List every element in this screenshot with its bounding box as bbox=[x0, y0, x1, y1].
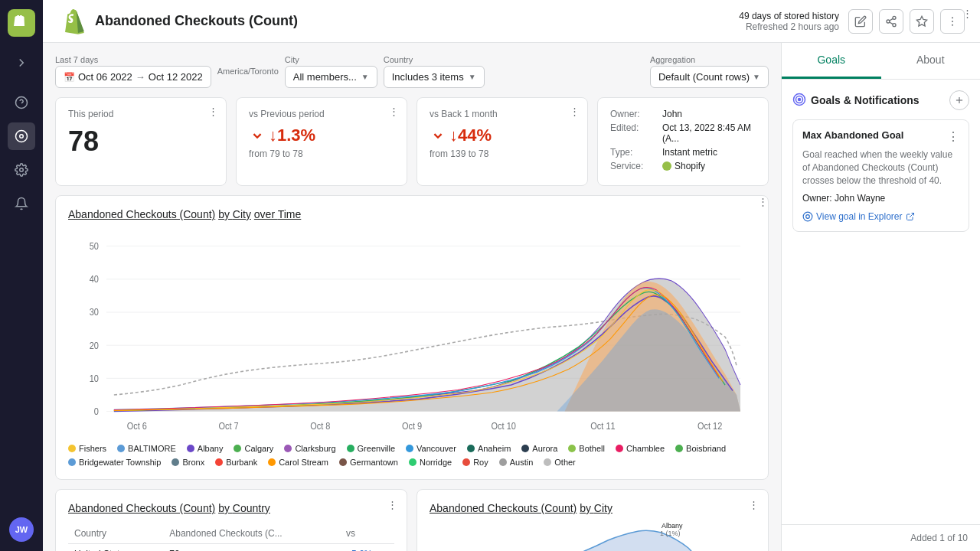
legend-albany: Albany bbox=[187, 444, 224, 453]
legend-dot-carol-stream bbox=[268, 458, 276, 466]
city-table-more-button[interactable]: ⋮ bbox=[749, 499, 759, 510]
metric-cards-row: This period 78 ⋮ vs Previous period ↓1.3… bbox=[55, 97, 769, 186]
edit-button[interactable] bbox=[848, 9, 873, 34]
legend-fishers: Fishers bbox=[68, 444, 106, 453]
svg-point-6 bbox=[887, 20, 890, 23]
legend-label-vancouver: Vancouver bbox=[416, 444, 456, 453]
legend-roy: Roy bbox=[462, 458, 488, 467]
chart-time-link[interactable]: Time bbox=[278, 208, 302, 220]
chart-more-button[interactable]: ⋮ bbox=[758, 196, 768, 207]
legend-label-baltimore: BALTIMORE bbox=[128, 444, 176, 453]
chart-over-text: over bbox=[254, 208, 278, 220]
page-title: Abandoned Checkouts (Count) bbox=[95, 13, 730, 29]
legend-dot-fishers bbox=[68, 445, 76, 452]
share-button[interactable] bbox=[879, 9, 903, 34]
city-dimension-link[interactable]: City bbox=[594, 502, 612, 514]
vs-back1month-more-button[interactable]: ⋮ bbox=[570, 106, 580, 117]
legend-dot-roy bbox=[462, 458, 470, 466]
legend-label-germantown: Germantown bbox=[350, 458, 398, 467]
aggregation-filter-button[interactable]: Default (Count rows) ▼ bbox=[650, 66, 769, 88]
city-by-text: by bbox=[580, 502, 594, 514]
chart-dimension-link[interactable]: City bbox=[233, 208, 251, 220]
city-mini-chart: Albany 1 (1%) bbox=[430, 523, 756, 551]
svg-point-13 bbox=[952, 24, 953, 25]
legend-dot-germantown bbox=[339, 458, 347, 466]
chart-legend: Fishers BALTIMORE Albany Calgary bbox=[68, 444, 756, 467]
svg-point-3 bbox=[20, 135, 24, 139]
vs-previous-more-button[interactable]: ⋮ bbox=[389, 106, 399, 117]
legend-label-greenville: Greenville bbox=[358, 444, 396, 453]
main-content: Abandoned Checkouts (Count) 49 days of s… bbox=[43, 0, 980, 551]
legend-dot-norridge bbox=[409, 458, 416, 466]
legend-label-clarksburg: Clarksburg bbox=[295, 444, 335, 453]
star-button[interactable] bbox=[910, 9, 934, 34]
nav-settings-icon[interactable] bbox=[8, 156, 35, 184]
nav-notifications-icon[interactable] bbox=[8, 190, 35, 217]
goal-owner-row: Owner: John Wayne bbox=[802, 193, 959, 204]
country-chevron-icon: ▼ bbox=[469, 73, 476, 81]
header-actions bbox=[848, 9, 965, 34]
city-filter-button[interactable]: All members... ▼ bbox=[285, 66, 377, 88]
legend-greenville: Greenville bbox=[347, 444, 396, 453]
legend-label-albany: Albany bbox=[198, 444, 224, 453]
aggregation-value: Default (Count rows) bbox=[658, 71, 750, 83]
abandoned-col-header: Abandoned Checkouts (C... bbox=[163, 523, 340, 544]
nav-arrow-icon[interactable] bbox=[8, 49, 35, 77]
aggregation-label: Aggregation bbox=[650, 55, 769, 64]
this-period-label: This period bbox=[68, 109, 214, 119]
vs-previous-sub: from 79 to 78 bbox=[249, 148, 394, 159]
svg-text:Albany: Albany bbox=[662, 522, 683, 530]
view-goal-explorer-link[interactable]: View goal in Explorer bbox=[802, 211, 959, 222]
goal-link-text: View goal in Explorer bbox=[816, 211, 903, 222]
goal-card-max-abandoned: Max Abandoned Goal ⋮ Goal reached when t… bbox=[792, 119, 969, 232]
legend-germantown: Germantown bbox=[339, 458, 398, 467]
svg-line-8 bbox=[890, 22, 893, 24]
nav-metrics-icon[interactable] bbox=[8, 122, 35, 150]
owner-label: Owner: bbox=[610, 109, 656, 119]
owner-value: John bbox=[662, 109, 682, 119]
legend-clarksburg: Clarksburg bbox=[284, 444, 335, 453]
vs-back1month-value: ↓44% bbox=[449, 126, 492, 145]
svg-text:Oct 10: Oct 10 bbox=[492, 422, 516, 431]
chart-area: 50 40 30 20 10 0 Oct 6 Oct 7 Oct 8 Oct 9… bbox=[68, 230, 756, 436]
vs-cell: +5.6% bbox=[340, 544, 394, 552]
aggregation-filter-group: Aggregation Default (Count rows) ▼ bbox=[650, 55, 769, 88]
timezone-label-group: America/Toronto bbox=[217, 67, 279, 77]
user-avatar[interactable]: JW bbox=[9, 517, 34, 542]
type-value: Instant metric bbox=[662, 147, 717, 158]
legend-label-other: Other bbox=[554, 458, 576, 467]
legend-aurora: Aurora bbox=[521, 444, 557, 453]
svg-text:Oct 6: Oct 6 bbox=[127, 422, 147, 431]
chart-svg: 50 40 30 20 10 0 Oct 6 Oct 7 Oct 8 Oct 9… bbox=[68, 230, 756, 436]
goal-more-button[interactable]: ⋮ bbox=[947, 129, 959, 144]
this-period-more-button[interactable]: ⋮ bbox=[208, 106, 218, 117]
country-table-more-button[interactable]: ⋮ bbox=[387, 499, 397, 510]
goals-panel-content: Goals & Notifications Max Abandoned Goal… bbox=[782, 80, 980, 524]
goals-title-text: Goals & Notifications bbox=[811, 94, 920, 106]
country-dimension-link[interactable]: Country bbox=[233, 502, 270, 514]
legend-dot-aurora bbox=[521, 445, 529, 452]
legend-label-boisbriand: Boisbriand bbox=[686, 444, 726, 453]
country-filter-button[interactable]: Includes 3 items ▼ bbox=[384, 66, 485, 88]
legend-label-roy: Roy bbox=[473, 458, 488, 467]
svg-text:0: 0 bbox=[94, 407, 99, 416]
legend-dot-bronx bbox=[172, 458, 179, 466]
nav-help-icon[interactable] bbox=[8, 89, 35, 116]
legend-dot-calgary bbox=[234, 445, 241, 452]
sidebar: JW bbox=[0, 0, 43, 551]
add-goal-button[interactable] bbox=[949, 90, 969, 110]
svg-point-41 bbox=[806, 215, 810, 219]
legend-dot-albany bbox=[187, 445, 194, 452]
vs-back1month-card: vs Back 1 month ↓44% from 139 to 78 ⋮ bbox=[416, 97, 588, 186]
svg-line-42 bbox=[910, 214, 914, 218]
this-period-value: 78 bbox=[68, 126, 214, 158]
tab-goals[interactable]: Goals bbox=[782, 43, 881, 79]
country-metric-name: Abandoned Checkouts (Count) bbox=[68, 502, 215, 514]
more-options-button[interactable] bbox=[940, 9, 965, 34]
date-range-picker[interactable]: 📅 Oct 06 2022 → Oct 12 2022 bbox=[55, 66, 211, 88]
legend-label-carol-stream: Carol Stream bbox=[279, 458, 328, 467]
city-metric-name: Abandoned Checkouts (Count) bbox=[430, 502, 577, 514]
service-label: Service: bbox=[610, 161, 656, 171]
tab-about[interactable]: About bbox=[881, 43, 981, 79]
legend-bronx: Bronx bbox=[172, 458, 204, 467]
